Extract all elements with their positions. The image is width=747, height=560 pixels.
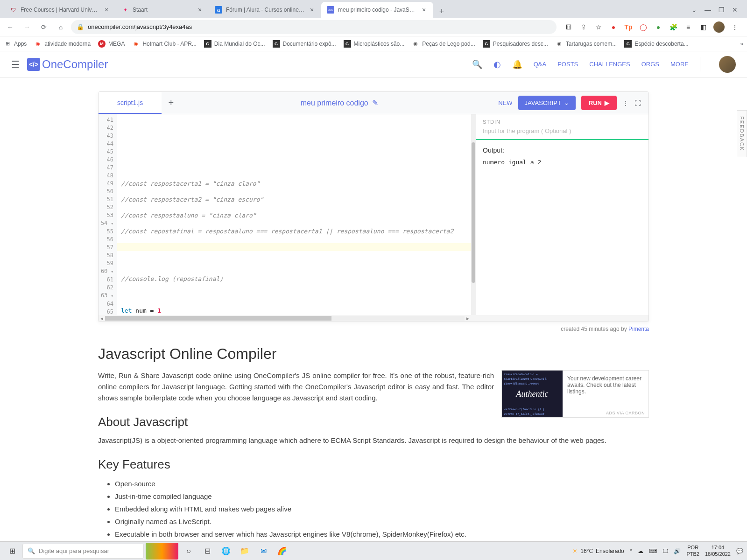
search-icon[interactable]: 🔍 bbox=[472, 59, 482, 70]
close-icon[interactable]: × bbox=[103, 6, 110, 14]
star-icon[interactable]: ☆ bbox=[594, 22, 603, 32]
taskview-icon[interactable]: ⊟ bbox=[199, 543, 216, 560]
translate-icon[interactable]: ⚃ bbox=[564, 22, 573, 32]
language-select[interactable]: JAVASCRIPT ⌄ bbox=[518, 96, 576, 110]
ad-box[interactable]: transitionDuration = $(activeElement).on… bbox=[501, 370, 649, 418]
clock[interactable]: 17:04 18/05/2022 bbox=[705, 545, 731, 557]
article: Javascript Online Compiler transitionDur… bbox=[98, 345, 649, 541]
bell-icon[interactable]: 🔔 bbox=[512, 59, 522, 70]
close-icon[interactable]: × bbox=[308, 6, 316, 14]
bookmark-item[interactable]: ◉Hotmart Club - APR... bbox=[132, 40, 196, 48]
bookmark-item[interactable]: GDia Mundial do Oc... bbox=[204, 40, 265, 48]
close-icon[interactable]: × bbox=[420, 6, 428, 14]
bookmark-item[interactable]: ◉Peças de Lego pod... bbox=[412, 40, 475, 48]
nav-posts[interactable]: POSTS bbox=[557, 61, 578, 68]
close-window-icon[interactable]: ✕ bbox=[732, 6, 738, 14]
display-icon[interactable]: 🖵 bbox=[662, 548, 668, 554]
logo[interactable]: </> OneCompiler bbox=[27, 58, 108, 71]
extension-icon[interactable]: ◯ bbox=[639, 22, 648, 32]
onedrive-icon[interactable]: ☁ bbox=[638, 548, 643, 554]
taskbar-search[interactable]: 🔍 Digite aqui para pesquisar bbox=[22, 544, 144, 559]
system-tray: ☀ 16°C Ensolarado ^ ☁ ⌨ 🖵 🔊 POR PTB2 17:… bbox=[572, 545, 743, 557]
bookmark-item[interactable]: GDocumentário expô... bbox=[273, 40, 336, 48]
bookmark-apps[interactable]: ⊞Apps bbox=[4, 40, 27, 48]
notifications-icon[interactable]: 💬 bbox=[736, 548, 743, 554]
stdin-panel[interactable]: STDIN Input for the program ( Optional ) bbox=[476, 114, 648, 140]
explorer-icon[interactable]: 📁 bbox=[236, 543, 253, 560]
language-indicator[interactable]: POR PTB2 bbox=[686, 545, 699, 557]
share-icon[interactable]: ⇪ bbox=[579, 22, 588, 32]
ad-text: Your new development career awaits. Chec… bbox=[563, 371, 648, 417]
extensions-icon[interactable]: 🧩 bbox=[669, 22, 678, 32]
line-gutter: 4142434445464748495051525354 ▾5556575859… bbox=[99, 114, 117, 315]
menu-icon[interactable]: ⋮ bbox=[730, 22, 740, 32]
extension-icon[interactable]: Tp bbox=[624, 22, 633, 32]
theme-icon[interactable]: ◐ bbox=[493, 59, 501, 70]
scrollbar-horizontal[interactable]: ◄ ► bbox=[99, 315, 648, 322]
chrome-icon[interactable]: 🌈 bbox=[274, 543, 290, 560]
browser-tab-active[interactable]: </> meu primeiro codigo - JavaScript × bbox=[321, 2, 433, 18]
nav-qa[interactable]: Q&A bbox=[534, 61, 546, 68]
url-input[interactable]: 🔒 onecompiler.com/javascript/3y4exa4as bbox=[71, 20, 557, 34]
taskbar: ⊞ 🔍 Digite aqui para pesquisar ○ ⊟ 🌐 📁 ✉… bbox=[0, 541, 747, 560]
profile-avatar[interactable] bbox=[713, 21, 725, 33]
new-tab-button[interactable]: + bbox=[435, 5, 448, 18]
bookmark-item[interactable]: GEspécie descoberta... bbox=[624, 40, 688, 48]
maximize-icon[interactable]: ❐ bbox=[719, 6, 725, 14]
sidepanel-icon[interactable]: ◧ bbox=[698, 22, 708, 32]
output-panel: Output: numero igual a 2 bbox=[476, 140, 648, 315]
new-button[interactable]: NEW bbox=[498, 99, 512, 106]
code-content[interactable]: //const respostacerta1 = "cinza claro" /… bbox=[117, 114, 476, 315]
forward-button[interactable]: → bbox=[21, 21, 34, 34]
meta-info: created 45 minutes ago by Pimenta bbox=[98, 322, 649, 336]
add-file-button[interactable]: + bbox=[162, 92, 180, 114]
tray-chevron-icon[interactable]: ^ bbox=[630, 548, 633, 554]
feedback-tab[interactable]: FEEDBACK bbox=[737, 110, 747, 157]
hamburger-icon[interactable]: ☰ bbox=[11, 59, 20, 70]
chevron-down-icon[interactable]: ⌄ bbox=[691, 6, 697, 14]
volume-icon[interactable]: 🔊 bbox=[674, 548, 681, 554]
bookmark-item[interactable]: ◉Tartarugas comem... bbox=[556, 40, 617, 48]
main-content: FEEDBACK script1.js + meu primeiro codig… bbox=[0, 77, 747, 541]
nav-challenges[interactable]: CHALLENGES bbox=[589, 61, 630, 68]
extension-icon[interactable]: ● bbox=[609, 22, 618, 32]
bookmark-item[interactable]: GPesquisadores desc... bbox=[483, 40, 548, 48]
start-button[interactable]: ⊞ bbox=[4, 543, 21, 560]
mail-icon[interactable]: ✉ bbox=[255, 543, 272, 560]
nav-orgs[interactable]: ORGS bbox=[641, 61, 659, 68]
run-button[interactable]: RUN ▶ bbox=[581, 96, 617, 110]
author-link[interactable]: Pimenta bbox=[628, 326, 649, 332]
extension-icon[interactable]: ● bbox=[654, 22, 663, 32]
browser-tab[interactable]: 🛡 Free Courses | Harvard University × bbox=[4, 2, 116, 18]
reading-list-icon[interactable]: ≡ bbox=[684, 22, 693, 32]
back-button[interactable]: ← bbox=[4, 21, 17, 34]
taskbar-widget[interactable] bbox=[146, 543, 178, 560]
nav-more[interactable]: MORE bbox=[670, 61, 689, 68]
feature-list: Open-source Just-in-time compiled langua… bbox=[98, 477, 649, 540]
code-editor[interactable]: 4142434445464748495051525354 ▾5556575859… bbox=[99, 114, 476, 315]
edge-icon[interactable]: 🌐 bbox=[218, 543, 234, 560]
minimize-icon[interactable]: — bbox=[705, 6, 711, 14]
home-button[interactable]: ⌂ bbox=[54, 21, 67, 34]
reload-button[interactable]: ⟳ bbox=[37, 21, 50, 34]
browser-tab[interactable]: a Fórum | Alura - Cursos online de × bbox=[209, 2, 321, 18]
close-icon[interactable]: × bbox=[196, 6, 204, 14]
cortana-icon[interactable]: ○ bbox=[180, 543, 197, 560]
keyboard-icon[interactable]: ⌨ bbox=[649, 548, 657, 554]
bookmark-overflow[interactable]: » bbox=[740, 41, 743, 47]
file-tab[interactable]: script1.js bbox=[99, 92, 162, 114]
bookmark-item[interactable]: GMicroplásticos são... bbox=[344, 40, 405, 48]
browser-tab[interactable]: ✦ Staart × bbox=[116, 2, 209, 18]
list-item: Originally named as LiveScript. bbox=[115, 515, 649, 528]
url-text: onecompiler.com/javascript/3y4exa4as bbox=[88, 23, 192, 30]
edit-icon[interactable]: ✎ bbox=[372, 98, 378, 107]
user-avatar[interactable] bbox=[719, 56, 736, 73]
bookmark-item[interactable]: ◉atividade moderna bbox=[34, 40, 91, 48]
weather-widget[interactable]: ☀ 16°C Ensolarado bbox=[572, 548, 624, 554]
stdin-input[interactable]: Input for the program ( Optional ) bbox=[483, 127, 642, 134]
output-text: numero igual a 2 bbox=[483, 159, 642, 166]
bookmark-item[interactable]: MMEGA bbox=[98, 40, 125, 48]
project-title[interactable]: meu primeiro codigo ✎ bbox=[301, 98, 378, 107]
fullscreen-icon[interactable]: ⛶ bbox=[634, 99, 641, 107]
more-icon[interactable]: ⋮ bbox=[622, 99, 629, 107]
